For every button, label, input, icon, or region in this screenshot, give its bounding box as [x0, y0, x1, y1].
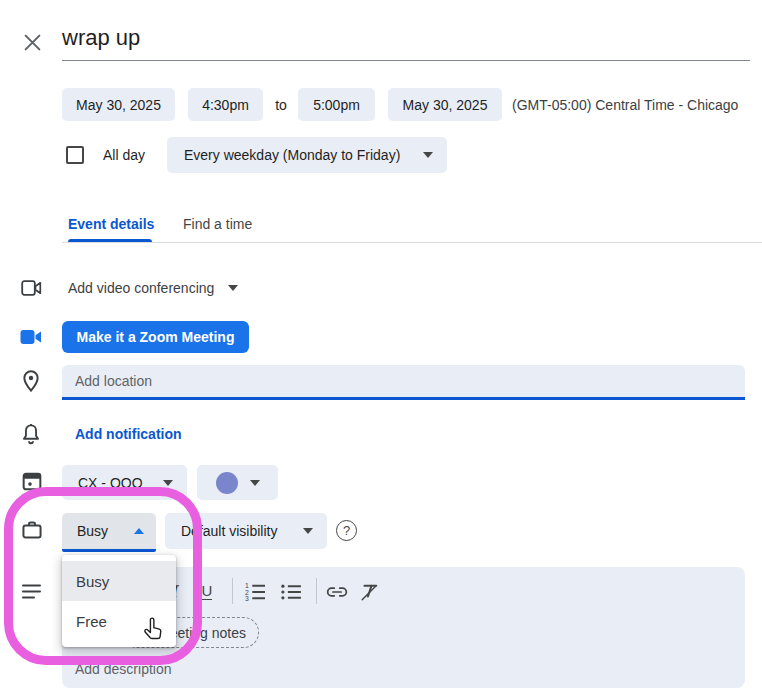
link-icon: [326, 586, 348, 598]
question-mark-icon: ?: [343, 523, 350, 538]
start-time-chip[interactable]: 4:30pm: [188, 88, 263, 121]
chevron-down-icon: [303, 528, 313, 534]
busy-free-value: Busy: [77, 523, 108, 539]
end-time-chip[interactable]: 5:00pm: [298, 88, 375, 121]
tab-event-details[interactable]: Event details: [68, 216, 154, 232]
calendar-icon: [22, 471, 42, 491]
make-zoom-meeting-button[interactable]: Make it a Zoom Meeting: [62, 321, 249, 353]
timezone-label[interactable]: (GMT-05:00) Central Time - Chicago: [512, 88, 738, 121]
clear-formatting-icon: [358, 582, 380, 602]
close-button[interactable]: [20, 30, 44, 54]
bell-icon: [21, 423, 41, 445]
clear-formatting-button[interactable]: [356, 579, 382, 604]
chevron-down-icon: [423, 152, 433, 158]
chevron-down-icon: [250, 480, 260, 486]
menu-item-busy[interactable]: Busy: [62, 561, 176, 601]
start-date-chip[interactable]: May 30, 2025: [62, 88, 175, 121]
tab-find-a-time[interactable]: Find a time: [183, 216, 252, 232]
insert-link-button[interactable]: [324, 579, 350, 604]
description-lines-icon: [22, 584, 41, 599]
visibility-select[interactable]: Default visibility: [165, 513, 327, 549]
briefcase-icon: [22, 520, 42, 539]
add-video-conferencing-select[interactable]: Add video conferencing: [68, 278, 238, 298]
close-icon: [23, 33, 42, 52]
add-video-conferencing-label: Add video conferencing: [68, 280, 214, 296]
all-day-label: All day: [103, 137, 145, 173]
calendar-name: CX - OOO: [78, 475, 143, 491]
chevron-up-icon: [134, 528, 144, 534]
bulleted-list-button[interactable]: [278, 579, 304, 604]
title-underline: [62, 60, 750, 61]
event-title-input[interactable]: wrap up: [62, 25, 140, 51]
chevron-down-icon: [163, 480, 173, 486]
event-color-swatch: [216, 472, 238, 494]
videocam-filled-icon: [20, 329, 42, 345]
tabs-divider: [62, 242, 762, 243]
videocam-outline-icon: [21, 279, 42, 297]
numbered-list-icon: 1 2 3: [244, 582, 266, 602]
underline-button[interactable]: U: [194, 579, 220, 604]
toolbar-separator: [232, 578, 233, 604]
description-placeholder: Add description: [75, 661, 172, 677]
end-date-chip[interactable]: May 30, 2025: [388, 88, 502, 121]
add-notification-button[interactable]: Add notification: [75, 426, 182, 442]
svg-text:3: 3: [245, 595, 249, 602]
location-pin-icon: [21, 370, 41, 394]
recurrence-select[interactable]: Every weekday (Monday to Friday): [167, 137, 447, 173]
to-label: to: [266, 88, 296, 121]
toolbar-separator: [316, 578, 317, 604]
numbered-list-button[interactable]: 1 2 3: [242, 579, 268, 604]
visibility-value: Default visibility: [181, 523, 277, 539]
busy-free-menu: Busy Free: [62, 555, 176, 647]
busy-free-select[interactable]: Busy: [62, 513, 156, 552]
location-input[interactable]: [62, 365, 745, 400]
all-day-checkbox[interactable]: [66, 146, 84, 164]
menu-item-free[interactable]: Free: [62, 601, 176, 641]
bulleted-list-icon: [280, 583, 302, 601]
visibility-help-button[interactable]: ?: [336, 520, 357, 541]
event-color-select[interactable]: [197, 465, 278, 500]
event-edit-dialog: wrap up May 30, 2025 4:30pm to 5:00pm Ma…: [0, 0, 762, 691]
calendar-select[interactable]: CX - OOO: [62, 465, 187, 500]
underline-icon: U: [202, 583, 213, 600]
recurrence-value: Every weekday (Monday to Friday): [184, 147, 400, 163]
chevron-down-icon: [228, 285, 238, 291]
